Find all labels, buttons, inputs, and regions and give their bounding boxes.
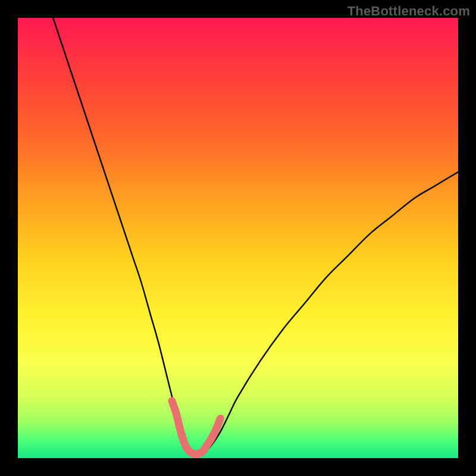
curve-svg xyxy=(18,18,458,458)
chart-frame: TheBottleneck.com xyxy=(0,0,476,476)
watermark-text: TheBottleneck.com xyxy=(347,4,470,19)
sweet-spot-highlight-path xyxy=(172,401,220,454)
plot-area xyxy=(18,18,458,458)
bottleneck-curve-path xyxy=(53,18,458,455)
